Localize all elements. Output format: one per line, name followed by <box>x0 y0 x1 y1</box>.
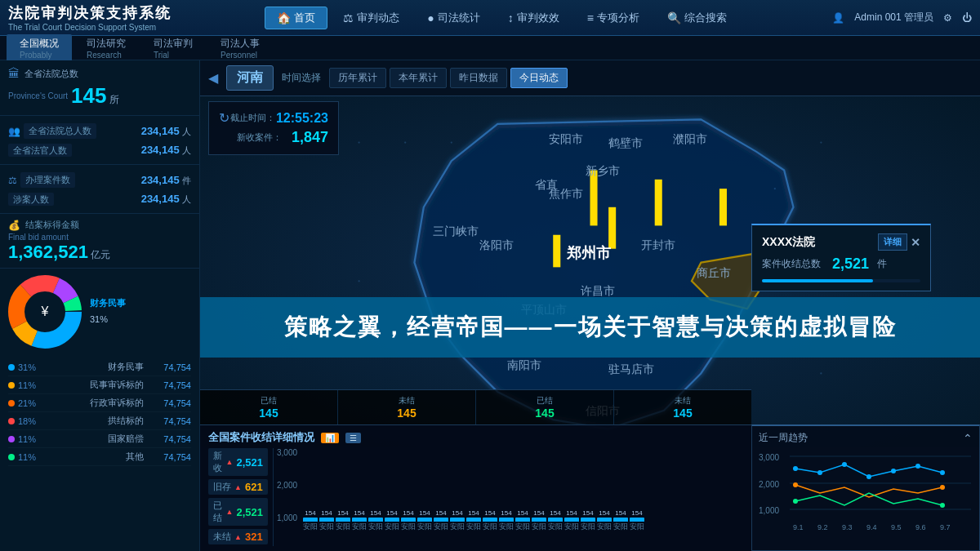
app-subtitle: The Trial Court Decision Support System <box>8 23 172 32</box>
bar-top-label: 154 <box>452 509 462 517</box>
time-buttons: 历年累计本年累计昨日数据今日动态 <box>329 68 568 88</box>
stats-val: 74,754 <box>150 380 191 390</box>
stats-pct: 21% <box>18 398 42 408</box>
time-btn-今日动态[interactable]: 今日动态 <box>510 68 568 88</box>
staff-icon: 👥 <box>8 126 20 137</box>
back-icon[interactable]: ◀ <box>208 70 218 86</box>
svg-point-34 <box>940 470 945 475</box>
sub-tab-全国概况[interactable]: 全国概况Probably <box>7 34 72 62</box>
bar-top-label: 154 <box>615 509 626 517</box>
stats-list-row: 21% 行政审诉标的 74,754 <box>8 394 191 412</box>
list-chart-icon[interactable]: ☰ <box>345 433 361 443</box>
status-item-1: 已结 145 <box>200 390 338 424</box>
bar-x-label: 安阳 <box>532 522 546 532</box>
bars-scroll[interactable]: 1541541541541541541541541541541541541541… <box>303 448 743 546</box>
sub-tab-司法审判[interactable]: 司法审判Trial <box>140 34 206 62</box>
stats-val: 74,754 <box>150 362 191 372</box>
header-right: 👤 Admin 001 管理员 ⚙ ⏻ <box>832 11 972 24</box>
main-layout: 🏛 全省法院总数 Province's Court 145 所 👥 全省法院总人… <box>0 60 980 551</box>
stats-name: 其他 <box>42 451 150 463</box>
nav-tab-stats[interactable]: ●司法统计 <box>415 7 492 29</box>
power-icon[interactable]: ⏻ <box>962 12 972 24</box>
svg-point-32 <box>891 469 896 473</box>
svg-point-11 <box>774 188 776 189</box>
nav-tab-home[interactable]: 🏠首页 <box>265 7 327 29</box>
popup-title-text: XXXX法院 <box>762 235 815 250</box>
popup-detail-btn[interactable]: 详细 <box>878 233 907 251</box>
nav-tab-effect[interactable]: ↕审判效效 <box>496 7 572 29</box>
city-label-hebi: 鹤壁市 <box>608 137 643 149</box>
nav-tab-dynamics[interactable]: ⚖审判动态 <box>331 7 412 29</box>
svg-text:9.7: 9.7 <box>940 523 951 531</box>
court-count-label: 全省法院总数 <box>24 68 78 80</box>
svg-text:9.3: 9.3 <box>842 523 853 531</box>
bottom-chart-main: 新收 ▲ 2,521 旧存 ▲ 621 已结 ▲ 2,521 <box>208 448 743 546</box>
nav-tab-icon-stats: ● <box>427 11 434 24</box>
nav-tab-analysis[interactable]: ≡专项分析 <box>575 7 652 29</box>
time-btn-历年累计[interactable]: 历年累计 <box>329 68 386 88</box>
court-count-unit: 所 <box>109 93 119 107</box>
svg-text:1,000: 1,000 <box>759 506 779 515</box>
bar-chart-icon[interactable]: 📊 <box>321 433 339 443</box>
bar-top-label: 154 <box>582 509 593 517</box>
status-item-2: 未结 145 <box>338 390 476 424</box>
stats-dot <box>8 400 15 407</box>
bar-x-label: 安阳 <box>368 522 383 532</box>
stats-dot <box>8 382 15 389</box>
city-label-shangqiu: 商丘市 <box>697 267 731 279</box>
popup-card: XXXX法院 详细 ✕ 案件收结总数 2,521 件 <box>751 224 931 291</box>
city-label-jiaozuo: 焦作市 <box>549 188 583 200</box>
status-label-1: 已结 <box>261 395 277 407</box>
bar-x-labels: 安阳安阳安阳安阳安阳安阳安阳安阳安阳安阳安阳安阳安阳安阳安阳安阳安阳安阳安阳安阳… <box>303 522 743 532</box>
bar-top-label: 154 <box>419 509 430 517</box>
stats-dot <box>8 436 15 442</box>
badge-yijie: 已结 ▲ 2,521 <box>208 498 268 526</box>
stats-dot <box>8 454 15 460</box>
status-item-3: 已结 145 <box>476 390 614 424</box>
bar-x-label: 安阳 <box>401 522 416 532</box>
stats-list-row: 18% 拱结标的 74,754 <box>8 412 191 430</box>
refresh-icon[interactable]: ↻ <box>219 110 229 126</box>
new-cases-value: 1,847 <box>292 129 328 146</box>
badges-column: 新收 ▲ 2,521 旧存 ▲ 621 已结 ▲ 2,521 <box>208 448 274 546</box>
sub-tab-司法研究[interactable]: 司法研究Research <box>74 34 139 62</box>
status-value-1: 145 <box>259 407 278 420</box>
nav-tab-icon-dynamics: ⚖ <box>343 11 354 24</box>
pie-main-label: 财务民事 <box>90 295 126 312</box>
status-value-2: 145 <box>397 407 416 420</box>
cases-section: ⚖ 办理案件数 234,145 件 涉案人数 234,145 人 <box>0 165 199 214</box>
court-icon: 🏛 <box>8 67 20 80</box>
city-bar-3 <box>719 189 727 225</box>
stats-name: 拱结标的 <box>42 415 150 427</box>
sub-tab-司法人事[interactable]: 司法人事Personnel <box>207 34 273 62</box>
popup-close-btn[interactable]: ✕ <box>911 236 920 249</box>
bar-wrap: 154 <box>434 448 448 522</box>
admin-label: Admin 001 管理员 <box>854 11 933 24</box>
region-select-btn[interactable]: 河南 <box>226 65 274 91</box>
bar-top-label: 154 <box>435 509 446 517</box>
city-bar-4 <box>608 207 616 249</box>
city-label-luoyang: 洛阳市 <box>479 239 514 251</box>
bar-wrap: 154 <box>564 448 579 522</box>
nav-tab-label-home: 首页 <box>294 11 315 25</box>
badge-done-label: 已结 <box>213 500 223 524</box>
time-btn-昨日数据[interactable]: 昨日数据 <box>450 68 507 88</box>
popup-case-unit: 件 <box>877 257 887 271</box>
app-title: 法院审判决策支持系统 <box>8 3 172 23</box>
court-count-en: Province's Court <box>8 91 68 100</box>
badge-pending-val: 321 <box>245 531 263 543</box>
settings-icon[interactable]: ⚙ <box>943 12 952 24</box>
bar-x-label: 安阳 <box>630 522 644 532</box>
cases-unit1: 件 <box>182 176 191 185</box>
popup-case-value: 2,521 <box>832 256 869 273</box>
sub-nav: 全国概况Probably司法研究Research司法审判Trial司法人事Per… <box>0 36 980 60</box>
bar-wrap: 154 <box>515 448 530 522</box>
trend-up-btn[interactable]: ⌃ <box>963 432 973 445</box>
bar-top-label: 154 <box>566 509 577 517</box>
bar-top-label: 154 <box>501 509 511 517</box>
time-btn-本年累计[interactable]: 本年累计 <box>390 68 447 88</box>
bar-top-label: 154 <box>484 509 495 517</box>
nav-tab-search[interactable]: 🔍综合搜索 <box>655 7 739 29</box>
badge-new-val: 2,521 <box>236 456 263 469</box>
bar-wrap: 154 <box>532 448 546 522</box>
